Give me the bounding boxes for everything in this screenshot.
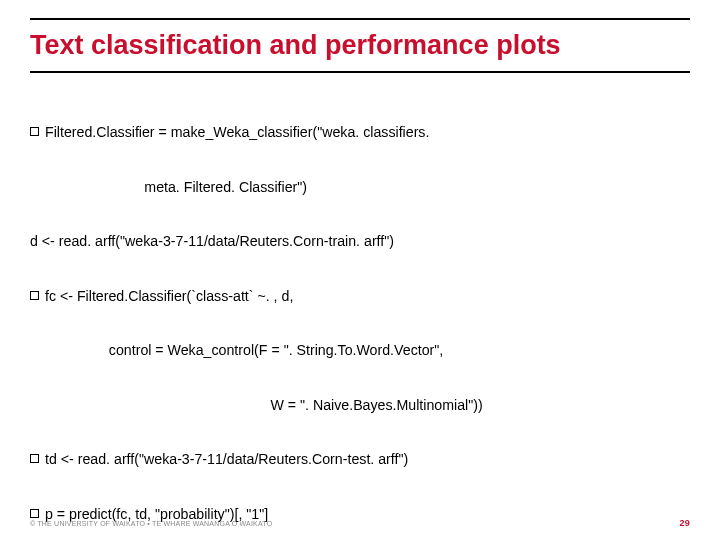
- footer-copyright: © THE UNIVERSITY OF WAIKATO • TE WHARE W…: [30, 520, 272, 527]
- bullet-icon: [30, 454, 39, 463]
- code-block: Filtered.Classifier = make_Weka_classifi…: [30, 87, 690, 540]
- footer: © THE UNIVERSITY OF WAIKATO • TE WHARE W…: [30, 518, 690, 528]
- code-line: W = ". Naive.Bayes.Multinomial")): [30, 396, 690, 414]
- bullet-icon: [30, 291, 39, 300]
- title-rule: [30, 71, 690, 73]
- slide: Text classification and performance plot…: [0, 0, 720, 540]
- code-line: meta. Filtered. Classifier"): [30, 178, 690, 196]
- code-line: fc <- Filtered.Classifier(`class-att` ~.…: [30, 287, 690, 305]
- code-text: control = Weka_control(F = ". String.To.…: [30, 342, 443, 358]
- slide-title: Text classification and performance plot…: [30, 30, 690, 61]
- footer-page-number: 29: [680, 518, 690, 528]
- code-line: td <- read. arff("weka-3-7-11/data/Reute…: [30, 450, 690, 468]
- top-rule: [30, 18, 690, 20]
- code-text: W = ". Naive.Bayes.Multinomial")): [30, 397, 483, 413]
- code-text: td <- read. arff("weka-3-7-11/data/Reute…: [45, 451, 408, 467]
- code-text: meta. Filtered. Classifier"): [30, 179, 307, 195]
- code-line: Filtered.Classifier = make_Weka_classifi…: [30, 123, 690, 141]
- bullet-icon: [30, 509, 39, 518]
- bullet-icon: [30, 127, 39, 136]
- code-text: Filtered.Classifier = make_Weka_classifi…: [45, 124, 429, 140]
- code-text: d <- read. arff("weka-3-7-11/data/Reuter…: [30, 233, 394, 249]
- code-text: fc <- Filtered.Classifier(`class-att` ~.…: [45, 288, 293, 304]
- code-line: control = Weka_control(F = ". String.To.…: [30, 341, 690, 359]
- code-line: d <- read. arff("weka-3-7-11/data/Reuter…: [30, 232, 690, 250]
